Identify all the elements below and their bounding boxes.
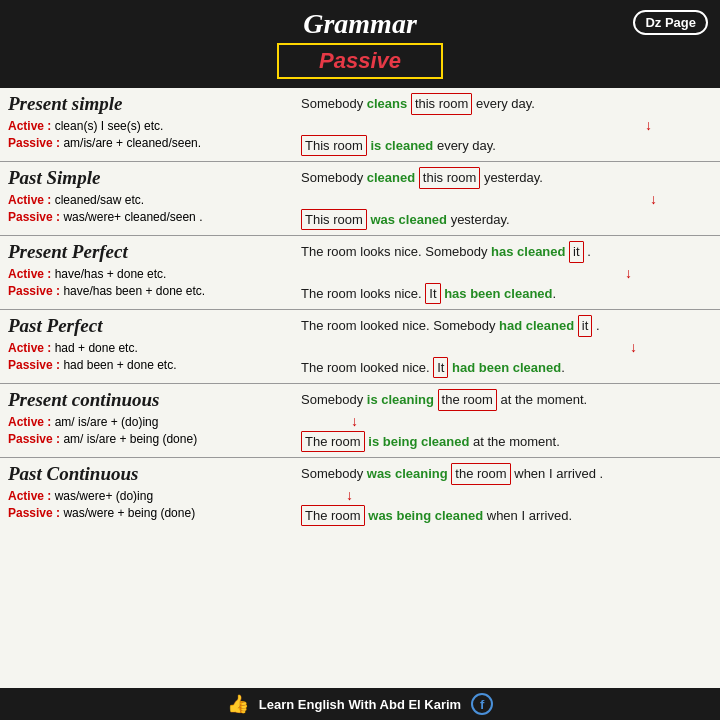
section-right-present-continuous: Somebody is cleaning the room at the mom… bbox=[297, 389, 712, 452]
passive-rule-past-simple: Passive : was/were+ cleaned/seen . bbox=[8, 209, 293, 226]
example-bottom-present-continuous: The room is being cleaned at the moment. bbox=[301, 431, 712, 453]
active-rule-past-continuous: Active : was/were+ (do)ing bbox=[8, 488, 293, 505]
footer-text: Learn English With Abd El Karim bbox=[259, 697, 461, 712]
section-left-present-continuous: Present continuous Active : am/ is/are +… bbox=[8, 389, 293, 452]
active-rule-past-perfect: Active : had + done etc. bbox=[8, 340, 293, 357]
section-past-perfect: Past Perfect Active : had + done etc. Pa… bbox=[0, 310, 720, 384]
section-present-simple: Present simple Active : clean(s) I see(s… bbox=[0, 88, 720, 162]
passive-rule-past-perfect: Passive : had been + done etc. bbox=[8, 357, 293, 374]
passive-rule-present-continuous: Passive : am/ is/are + being (done) bbox=[8, 431, 293, 448]
section-left-past-continuous: Past Continuous Active : was/were+ (do)i… bbox=[8, 463, 293, 526]
example-past-continuous: Somebody was cleaning the room when I ar… bbox=[301, 463, 712, 526]
section-right-present-simple: Somebody cleans this room every day. ↓ T… bbox=[297, 93, 712, 156]
example-present-continuous: Somebody is cleaning the room at the mom… bbox=[301, 389, 712, 452]
tense-title-present-perfect: Present Perfect bbox=[8, 241, 293, 264]
dz-page-badge: Dz Page bbox=[633, 10, 708, 35]
section-left-present-perfect: Present Perfect Active : have/has + done… bbox=[8, 241, 293, 304]
tense-title-present-simple: Present simple bbox=[8, 93, 293, 116]
example-bottom-past-perfect: The room looked nice. It had been cleane… bbox=[301, 357, 712, 379]
page: Grammar Passive Dz Page Present simple A… bbox=[0, 0, 720, 720]
header: Grammar Passive Dz Page bbox=[0, 0, 720, 88]
section-past-simple: Past Simple Active : cleaned/saw etc. Pa… bbox=[0, 162, 720, 236]
tense-title-past-simple: Past Simple bbox=[8, 167, 293, 190]
example-past-perfect: The room looked nice. Somebody had clean… bbox=[301, 315, 712, 378]
active-rule-present-simple: Active : clean(s) I see(s) etc. bbox=[8, 118, 293, 135]
passive-rule-past-continuous: Passive : was/were + being (done) bbox=[8, 505, 293, 522]
section-present-perfect: Present Perfect Active : have/has + done… bbox=[0, 236, 720, 310]
page-title: Grammar bbox=[0, 8, 720, 40]
facebook-icon: f bbox=[471, 693, 493, 715]
passive-label: Passive bbox=[319, 48, 401, 73]
passive-rule-present-perfect: Passive : have/has been + done etc. bbox=[8, 283, 293, 300]
section-right-past-continuous: Somebody was cleaning the room when I ar… bbox=[297, 463, 712, 526]
example-past-simple: Somebody cleaned this room yesterday. ↓ … bbox=[301, 167, 712, 230]
active-rule-present-continuous: Active : am/ is/are + (do)ing bbox=[8, 414, 293, 431]
example-top-present-simple: Somebody cleans this room every day. bbox=[301, 93, 712, 115]
section-left-past-simple: Past Simple Active : cleaned/saw etc. Pa… bbox=[8, 167, 293, 230]
example-top-past-simple: Somebody cleaned this room yesterday. bbox=[301, 167, 712, 189]
example-bottom-past-continuous: The room was being cleaned when I arrive… bbox=[301, 505, 712, 527]
active-rule-past-simple: Active : cleaned/saw etc. bbox=[8, 192, 293, 209]
section-left-past-perfect: Past Perfect Active : had + done etc. Pa… bbox=[8, 315, 293, 378]
section-present-continuous: Present continuous Active : am/ is/are +… bbox=[0, 384, 720, 458]
example-top-present-perfect: The room looks nice. Somebody has cleane… bbox=[301, 241, 712, 263]
tense-title-present-continuous: Present continuous bbox=[8, 389, 293, 412]
example-present-perfect: The room looks nice. Somebody has cleane… bbox=[301, 241, 712, 304]
footer: 👍 Learn English With Abd El Karim f bbox=[0, 688, 720, 720]
passive-rule-present-simple: Passive : am/is/are + cleaned/seen. bbox=[8, 135, 293, 152]
section-right-past-perfect: The room looked nice. Somebody had clean… bbox=[297, 315, 712, 378]
section-right-present-perfect: The room looks nice. Somebody has cleane… bbox=[297, 241, 712, 304]
example-top-past-perfect: The room looked nice. Somebody had clean… bbox=[301, 315, 712, 337]
example-bottom-past-simple: This room was cleaned yesterday. bbox=[301, 209, 712, 231]
section-right-past-simple: Somebody cleaned this room yesterday. ↓ … bbox=[297, 167, 712, 230]
thumbs-up-icon: 👍 bbox=[227, 693, 249, 715]
example-bottom-present-simple: This room is cleaned every day. bbox=[301, 135, 712, 157]
tense-title-past-continuous: Past Continuous bbox=[8, 463, 293, 486]
section-past-continuous: Past Continuous Active : was/were+ (do)i… bbox=[0, 458, 720, 531]
example-present-simple: Somebody cleans this room every day. ↓ T… bbox=[301, 93, 712, 156]
example-top-past-continuous: Somebody was cleaning the room when I ar… bbox=[301, 463, 712, 485]
passive-badge: Passive bbox=[277, 43, 443, 79]
content-area: Present simple Active : clean(s) I see(s… bbox=[0, 88, 720, 688]
example-top-present-continuous: Somebody is cleaning the room at the mom… bbox=[301, 389, 712, 411]
example-bottom-present-perfect: The room looks nice. It has been cleaned… bbox=[301, 283, 712, 305]
active-rule-present-perfect: Active : have/has + done etc. bbox=[8, 266, 293, 283]
section-left-present-simple: Present simple Active : clean(s) I see(s… bbox=[8, 93, 293, 156]
tense-title-past-perfect: Past Perfect bbox=[8, 315, 293, 338]
